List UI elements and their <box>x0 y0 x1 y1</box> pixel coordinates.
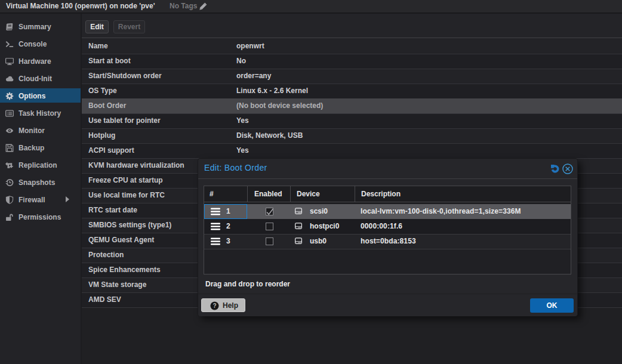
svg-text:?: ? <box>213 303 216 309</box>
